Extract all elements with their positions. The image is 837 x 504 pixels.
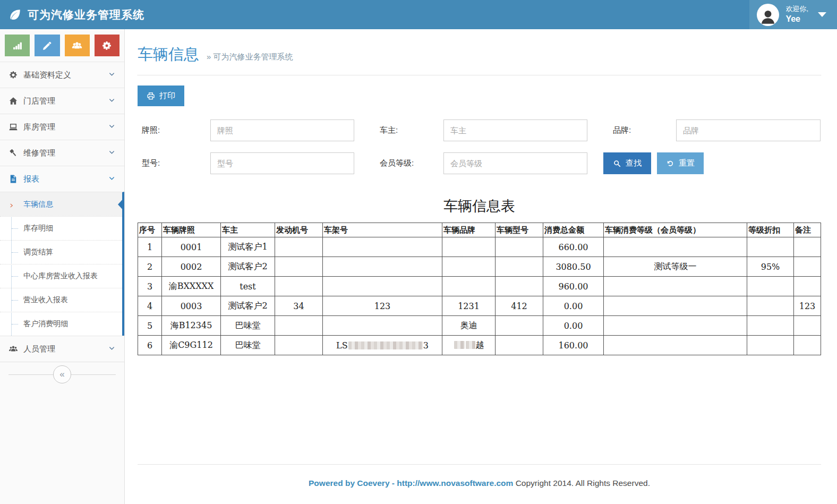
table-cell: 海B12345 <box>162 316 221 336</box>
sidebar-item-central-warehouse-revenue[interactable]: 中心库房营业收入报表 <box>0 264 122 288</box>
users-icon <box>72 40 82 51</box>
person-icon <box>759 8 777 26</box>
sidebar-item-label: 库存明细 <box>23 224 53 233</box>
table-cell: 6 <box>138 336 162 355</box>
sidebar-item-base-data[interactable]: 基础资料定义 <box>0 62 124 88</box>
table-cell <box>275 336 323 355</box>
signal-icon <box>12 40 23 51</box>
dash-icon <box>12 228 18 229</box>
table-cell: 渝C9G112 <box>162 336 221 355</box>
gavel-icon <box>8 148 23 158</box>
table-cell <box>794 257 821 277</box>
table-cell <box>496 257 543 277</box>
table-cell <box>323 237 442 257</box>
owner-input[interactable] <box>443 119 587 141</box>
table-row: 6渝C9G112巴味堂LS3越160.00 <box>138 336 821 355</box>
sidebar-item-store-mgmt[interactable]: 门店管理 <box>0 88 124 114</box>
leaf-icon <box>8 8 22 22</box>
user-menu[interactable]: 欢迎你, Yee <box>749 0 837 29</box>
reset-button[interactable]: 重置 <box>657 152 704 174</box>
column-header: 车主 <box>221 223 275 237</box>
table-cell: 0002 <box>162 257 221 277</box>
column-header: 序号 <box>138 223 162 237</box>
member-level-input[interactable] <box>443 152 587 174</box>
footer: Powered by Coevery - http://www.novasoft… <box>138 464 821 504</box>
table-cell: 0.00 <box>543 316 604 336</box>
table-cell <box>747 316 794 336</box>
table-row: 10001测试客户1660.00 <box>138 237 821 257</box>
sidebar-item-label: 客户消费明细 <box>23 319 68 329</box>
sidebar-item-personnel-mgmt[interactable]: 人员管理 <box>0 336 124 362</box>
table-cell <box>442 257 496 277</box>
table-cell <box>323 316 442 336</box>
table-row: 5海B12345巴味堂奥迪0.00 <box>138 316 821 336</box>
stats-shortcut-button[interactable] <box>5 35 30 56</box>
file-icon <box>8 174 23 184</box>
table-cell: 0001 <box>162 237 221 257</box>
sidebar-collapse-button[interactable]: « <box>53 365 71 383</box>
sidebar-item-repair-mgmt[interactable]: 维修管理 <box>0 140 124 166</box>
pencil-icon <box>42 40 53 51</box>
caret-down-icon <box>818 12 826 17</box>
sidebar-item-warehouse-mgmt[interactable]: 库房管理 <box>0 114 124 140</box>
table-cell <box>323 277 442 296</box>
sidebar-item-reports[interactable]: 报表 <box>0 166 124 192</box>
table-cell: 0.00 <box>543 296 604 316</box>
sidebar-item-label: 基础资料定义 <box>23 70 71 80</box>
table-cell: 123 <box>323 296 442 316</box>
member-level-label: 会员等级: <box>354 158 443 168</box>
table-cell <box>496 237 543 257</box>
table-cell <box>275 237 323 257</box>
table-cell <box>794 277 821 296</box>
search-form: 牌照: 车主: 品牌: 型号: 会员等级: 查找 重置 <box>138 119 821 174</box>
sidebar-item-stock-detail[interactable]: 库存明细 <box>0 216 122 240</box>
table-cell: 测试客户2 <box>221 257 275 277</box>
table-cell: 1 <box>138 237 162 257</box>
column-header: 车辆消费等级（会员等级） <box>604 223 747 237</box>
sidebar-shortcuts <box>0 29 124 62</box>
sidebar-item-transfer-settlement[interactable]: 调货结算 <box>0 240 122 264</box>
table-cell <box>604 336 747 355</box>
table-cell: 测试等级一 <box>604 257 747 277</box>
table-cell: 3080.50 <box>543 257 604 277</box>
column-header: 消费总金额 <box>543 223 604 237</box>
chevron-down-icon <box>108 148 116 158</box>
table-cell: 巴味堂 <box>221 336 275 355</box>
model-label: 型号: <box>138 158 210 168</box>
copyright-text: Copyright 2014. All Rights Reserved. <box>516 479 650 488</box>
table-cell: 0003 <box>162 296 221 316</box>
sidebar-item-vehicle-info[interactable]: 车辆信息 <box>0 192 122 216</box>
print-button-label: 打印 <box>159 91 175 101</box>
dash-icon <box>12 324 18 324</box>
sidebar-item-label: 调货结算 <box>23 247 53 257</box>
users-icon <box>8 344 23 354</box>
powered-by-link[interactable]: Powered by Coevery - http://www.novasoft… <box>309 479 513 488</box>
table-cell <box>604 316 747 336</box>
sidebar-item-customer-consumption[interactable]: 客户消费明细 <box>0 312 122 336</box>
page-title: 车辆信息 <box>138 44 199 65</box>
table-cell <box>275 316 323 336</box>
table-cell <box>747 296 794 316</box>
sidebar-item-label: 车辆信息 <box>23 200 53 209</box>
page-header: 车辆信息 » 可为汽修业务管理系统 <box>138 37 821 75</box>
table-cell: 巴味堂 <box>221 316 275 336</box>
users-shortcut-button[interactable] <box>65 35 90 56</box>
license-plate-input[interactable] <box>210 119 354 141</box>
chevron-down-icon <box>108 122 116 132</box>
brand-input[interactable] <box>676 119 821 141</box>
edit-shortcut-button[interactable] <box>35 35 59 56</box>
column-header: 车辆型号 <box>496 223 543 237</box>
sidebar-item-revenue-report[interactable]: 营业收入报表 <box>0 288 122 312</box>
brand-label: 品牌: <box>587 125 676 135</box>
column-header: 车辆牌照 <box>162 223 221 237</box>
table-cell <box>604 296 747 316</box>
print-button[interactable]: 打印 <box>138 86 184 106</box>
search-button[interactable]: 查找 <box>603 152 651 174</box>
model-input[interactable] <box>210 152 354 174</box>
sidebar-item-label: 门店管理 <box>23 96 55 106</box>
table-cell: 5 <box>138 316 162 336</box>
settings-shortcut-button[interactable] <box>95 35 119 56</box>
dash-icon <box>12 300 18 301</box>
table-cell: 95% <box>747 257 794 277</box>
table-cell: 1231 <box>442 296 496 316</box>
